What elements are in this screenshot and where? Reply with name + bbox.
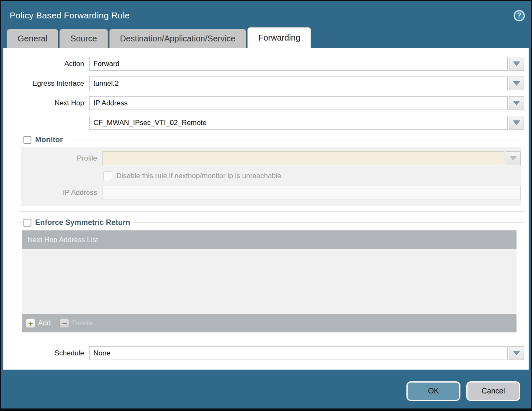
action-row: Action Forward xyxy=(8,57,525,71)
pbf-rule-dialog: Policy Based Forwarding Rule ? General S… xyxy=(0,0,532,411)
egress-interface-dropdown[interactable]: tunnel.2 xyxy=(89,77,524,90)
chevron-down-icon xyxy=(513,81,520,86)
egress-interface-row: Egress Interface tunnel.2 xyxy=(8,77,525,90)
chevron-down-icon xyxy=(509,156,517,161)
action-dropdown[interactable]: Forward xyxy=(89,57,524,71)
add-button-label: Add xyxy=(38,319,51,327)
dialog-title: Policy Based Forwarding Rule xyxy=(10,10,514,20)
profile-row: Profile xyxy=(21,151,521,165)
tab-forwarding[interactable]: Forwarding xyxy=(247,27,311,48)
add-button[interactable]: + Add xyxy=(26,319,51,328)
monitor-legend: Monitor xyxy=(23,135,67,144)
cancel-button[interactable]: Cancel xyxy=(466,381,520,401)
tab-source[interactable]: Source xyxy=(59,29,108,48)
minus-icon: − xyxy=(60,319,69,328)
chevron-down-icon xyxy=(513,61,520,66)
action-dropdown-button[interactable] xyxy=(509,57,524,71)
monitor-ip-address-row: IP Address xyxy=(21,186,521,199)
next-hop-address-list-table: Next Hop Address List + Add − Delete xyxy=(22,230,517,332)
chevron-down-icon xyxy=(513,351,520,355)
disable-rule-checkbox xyxy=(103,171,112,180)
schedule-value[interactable]: None xyxy=(89,346,508,360)
action-label: Action xyxy=(8,60,89,68)
next-hop-label: Next Hop xyxy=(8,99,89,107)
tab-bar: General Source Destination/Application/S… xyxy=(1,27,531,48)
monitor-group: Monitor Profile Disable this rule if nex… xyxy=(19,135,525,212)
delete-button-label: Delete xyxy=(72,319,93,327)
schedule-dropdown[interactable]: None xyxy=(89,346,524,360)
monitor-ip-address-input xyxy=(102,186,521,199)
schedule-label: Schedule xyxy=(8,349,89,357)
plus-icon: + xyxy=(26,319,35,328)
next-hop-address-dropdown[interactable]: CF_MWAN_IPsec_VTI_02_Remote xyxy=(89,116,524,130)
enforce-symmetric-return-group: Enforce Symmetric Return Next Hop Addres… xyxy=(19,218,525,338)
chevron-down-icon xyxy=(513,101,520,105)
next-hop-address-value[interactable]: CF_MWAN_IPsec_VTI_02_Remote xyxy=(89,116,508,130)
disable-rule-label: Disable this rule if nexthop/monitor ip … xyxy=(116,172,281,180)
dialog-footer: OK Cancel xyxy=(1,370,531,410)
chevron-down-icon xyxy=(513,120,520,125)
next-hop-address-list-header: Next Hop Address List xyxy=(22,230,517,249)
schedule-dropdown-button[interactable] xyxy=(509,346,524,360)
egress-interface-dropdown-button[interactable] xyxy=(509,77,524,90)
tab-destination-application-service[interactable]: Destination/Application/Service xyxy=(109,29,247,48)
profile-value xyxy=(102,151,504,165)
schedule-row: Schedule None xyxy=(8,346,525,360)
next-hop-row: Next Hop IP Address xyxy=(8,96,525,110)
help-icon[interactable]: ? xyxy=(514,10,525,21)
delete-button: − Delete xyxy=(60,319,93,328)
monitor-legend-label: Monitor xyxy=(35,135,63,144)
next-hop-type-dropdown[interactable]: IP Address xyxy=(89,96,524,110)
monitor-panel: Profile Disable this rule if nexthop/mon… xyxy=(21,147,521,206)
dialog-titlebar: Policy Based Forwarding Rule ? xyxy=(1,1,531,27)
profile-dropdown-button xyxy=(506,151,521,165)
next-hop-type-dropdown-button[interactable] xyxy=(509,96,524,110)
egress-interface-label: Egress Interface xyxy=(8,79,89,88)
next-hop-address-dropdown-button[interactable] xyxy=(509,116,524,130)
tab-general[interactable]: General xyxy=(7,29,58,48)
monitor-checkbox[interactable] xyxy=(23,136,31,144)
next-hop-address-row: CF_MWAN_IPsec_VTI_02_Remote xyxy=(8,116,525,130)
enforce-symmetric-return-legend-label: Enforce Symmetric Return xyxy=(35,218,130,227)
next-hop-type-value[interactable]: IP Address xyxy=(89,96,508,110)
egress-interface-value[interactable]: tunnel.2 xyxy=(89,77,508,90)
ok-button[interactable]: OK xyxy=(406,381,460,401)
next-hop-address-list-toolbar: + Add − Delete xyxy=(22,314,517,332)
action-value[interactable]: Forward xyxy=(89,57,508,71)
profile-label: Profile xyxy=(21,154,102,163)
enforce-symmetric-return-checkbox[interactable] xyxy=(23,219,31,227)
profile-dropdown xyxy=(102,151,521,165)
enforce-symmetric-return-legend: Enforce Symmetric Return xyxy=(23,218,134,227)
forwarding-tab-panel: Action Forward Egress Interface tunnel.2… xyxy=(3,48,529,370)
next-hop-address-list-body[interactable] xyxy=(22,249,517,314)
disable-rule-row: Disable this rule if nexthop/monitor ip … xyxy=(103,171,521,180)
monitor-ip-address-label: IP Address xyxy=(21,189,102,197)
